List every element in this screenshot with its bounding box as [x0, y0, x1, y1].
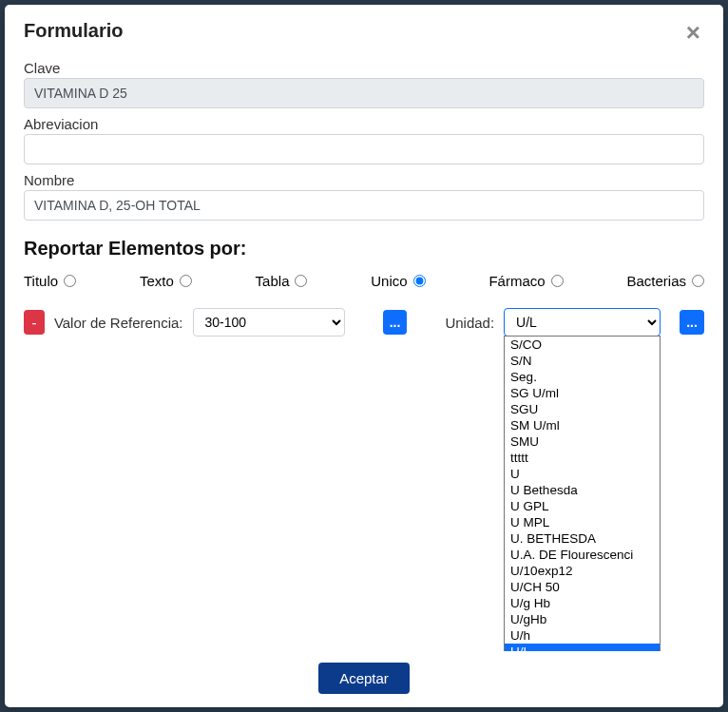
radio-unico-input[interactable] — [413, 275, 426, 287]
abreviacion-input[interactable] — [24, 134, 704, 164]
radio-texto[interactable]: Texto — [140, 273, 192, 289]
radio-titulo[interactable]: Titulo — [24, 273, 76, 289]
close-button[interactable]: × — [682, 20, 704, 45]
unidad-option[interactable]: U/L — [505, 644, 660, 651]
unidad-select-wrapper: U/L S/COS/NSeg.SG U/mlSGUSM U/mlSMUttttt… — [504, 308, 661, 337]
unidad-option[interactable]: U — [505, 466, 660, 482]
unidad-option[interactable]: U GPL — [505, 498, 660, 514]
radio-texto-input[interactable] — [180, 275, 192, 287]
unidad-select[interactable]: U/L — [504, 308, 661, 337]
unidad-option[interactable]: S/CO — [505, 337, 660, 353]
unidad-option[interactable]: U/10exp12 — [505, 563, 660, 579]
field-nombre: Nombre — [24, 172, 704, 221]
unidad-option[interactable]: SMU — [505, 433, 660, 450]
radio-farmaco-label: Fármaco — [489, 273, 545, 289]
radio-farmaco-input[interactable] — [551, 275, 564, 287]
unidad-option[interactable]: U. BETHESDA — [505, 530, 660, 547]
radio-titulo-label: Titulo — [24, 273, 58, 289]
reference-row: - Valor de Referencia: 30-100 ... Unidad… — [24, 308, 704, 337]
unidad-label: Unidad: — [445, 315, 494, 331]
reference-select[interactable]: 30-100 — [193, 308, 345, 337]
unidad-option[interactable]: SGU — [505, 401, 660, 417]
modal-title: Formulario — [24, 20, 123, 42]
radio-unico[interactable]: Unico — [371, 273, 425, 289]
nombre-input[interactable] — [24, 190, 704, 221]
clave-input[interactable] — [24, 78, 704, 108]
radio-bacterias-input[interactable] — [692, 275, 704, 287]
modal-header: Formulario × — [5, 5, 723, 60]
accept-button[interactable]: Aceptar — [318, 663, 410, 694]
radio-bacterias-label: Bacterias — [626, 273, 686, 289]
abreviacion-label: Abreviacion — [24, 116, 704, 132]
unidad-option[interactable]: U/g Hb — [505, 595, 660, 611]
unidad-option[interactable]: U.A. DE Flourescenci — [505, 547, 660, 563]
unidad-option[interactable]: U MPL — [505, 514, 660, 530]
unidad-option[interactable]: U Bethesda — [505, 482, 660, 498]
unidad-option[interactable]: SG U/ml — [505, 385, 660, 401]
section-title: Reportar Elementos por: — [24, 238, 704, 260]
unidad-more-button[interactable]: ... — [680, 310, 704, 335]
unidad-option[interactable]: Seg. — [505, 369, 660, 385]
modal-body: Clave Abreviacion Nombre Reportar Elemen… — [5, 60, 723, 651]
radio-unico-label: Unico — [371, 273, 407, 289]
radio-bacterias[interactable]: Bacterias — [626, 273, 704, 289]
radio-texto-label: Texto — [140, 273, 174, 289]
radio-titulo-input[interactable] — [64, 275, 76, 287]
unidad-option[interactable]: SM U/ml — [505, 417, 660, 433]
unidad-option[interactable]: U/CH 50 — [505, 579, 660, 595]
radio-farmaco[interactable]: Fármaco — [489, 273, 563, 289]
radio-tabla[interactable]: Tabla — [256, 273, 308, 289]
unidad-option[interactable]: U/gHb — [505, 611, 660, 627]
field-clave: Clave — [24, 60, 704, 108]
unidad-option[interactable]: ttttt — [505, 450, 660, 466]
remove-reference-button[interactable]: - — [24, 310, 45, 335]
unidad-dropdown-list[interactable]: S/COS/NSeg.SG U/mlSGUSM U/mlSMUtttttUU B… — [504, 336, 661, 651]
reference-more-button[interactable]: ... — [383, 310, 408, 335]
radio-tabla-label: Tabla — [256, 273, 290, 289]
radio-row: Titulo Texto Tabla Unico Fármaco Bacteri… — [24, 273, 704, 308]
radio-tabla-input[interactable] — [295, 275, 307, 287]
modal-footer: Aceptar — [5, 651, 723, 707]
reference-label: Valor de Referencia: — [54, 315, 183, 331]
unidad-option[interactable]: S/N — [505, 353, 660, 369]
clave-label: Clave — [24, 60, 704, 76]
nombre-label: Nombre — [24, 172, 704, 188]
field-abreviacion: Abreviacion — [24, 116, 704, 164]
unidad-option[interactable]: U/h — [505, 627, 660, 644]
modal-dialog: Formulario × Clave Abreviacion Nombre Re… — [5, 5, 723, 707]
